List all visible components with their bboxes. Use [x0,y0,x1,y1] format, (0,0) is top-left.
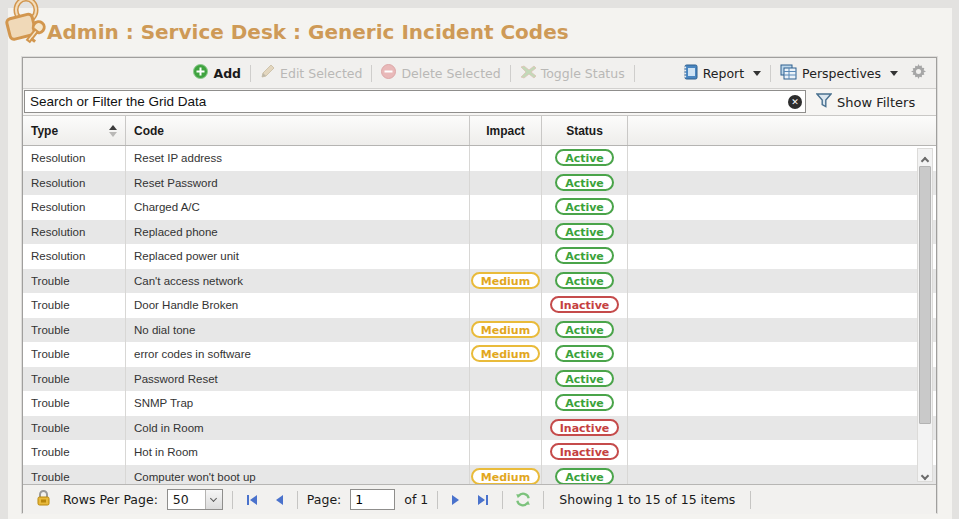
table-row[interactable]: ResolutionReplaced power unitActive [23,244,936,269]
table-row[interactable]: TroubleSNMP TrapActive [23,391,936,416]
screen: Admin : Service Desk : Generic Incident … [0,0,959,519]
clear-search-icon[interactable]: ✕ [788,95,802,109]
table-row[interactable]: TroubleDoor Handle BrokenInactive [23,293,936,318]
cell-status: Active [542,195,628,220]
table-row[interactable]: TroubleCold in RoomInactive [23,416,936,441]
perspectives-button[interactable]: Perspectives [780,64,898,83]
cell-filler [628,171,936,196]
show-filters-button[interactable]: Show Filters [816,93,915,111]
cell-impact: Medium [470,269,542,294]
first-page-button[interactable] [242,494,261,506]
footer-separator [232,491,233,509]
cell-filler [628,244,936,269]
column-label-type: Type [31,124,58,138]
lock-and-key-icon [2,0,48,52]
footer-separator [437,491,438,509]
toggle-status-button[interactable]: Toggle Status [520,65,625,82]
page-header: Admin : Service Desk : Generic Incident … [0,0,959,57]
toggle-status-label: Toggle Status [541,66,625,81]
page-number-input[interactable] [350,489,395,510]
report-button[interactable]: Report [682,64,761,83]
status-badge: Active [555,394,614,411]
cell-impact [470,367,542,392]
filter-funnel-icon [816,93,832,111]
perspectives-icon [780,64,797,83]
table-row[interactable]: TroublePassword ResetActive [23,367,936,392]
table-row[interactable]: ResolutionReset PasswordActive [23,171,936,196]
column-header-status[interactable]: Status [542,116,628,145]
add-button[interactable]: Add [193,64,241,82]
cell-status: Inactive [542,293,628,318]
cell-code: No dial tone [126,318,470,343]
sort-icon [109,125,117,137]
column-label-code: Code [134,124,164,138]
select-dropdown-icon [205,490,222,509]
status-badge: Active [555,223,614,240]
scrollbar[interactable] [917,148,933,482]
status-badge: Active [555,198,614,215]
delete-selected-label: Delete Selected [401,66,500,81]
status-badge: Active [555,272,614,289]
cell-impact [470,440,542,465]
add-icon [193,64,208,82]
table-row[interactable]: ResolutionReset IP addressActive [23,146,936,171]
cell-status: Active [542,318,628,343]
rows-per-page-value: 50 [168,490,205,509]
status-badge: Inactive [550,443,620,460]
table-row[interactable]: TroubleComputer won't boot upMediumActiv… [23,465,936,485]
column-header-code[interactable]: Code [126,116,470,145]
rows-per-page-select[interactable]: 50 [167,489,223,510]
cell-code: Computer won't boot up [126,465,470,485]
cell-type: Trouble [23,440,126,465]
cell-type: Trouble [23,465,126,485]
cell-type: Resolution [23,195,126,220]
search-input[interactable] [24,90,806,113]
toolbar: Add Edit Selected [23,58,936,89]
next-page-button[interactable] [447,494,465,506]
column-header-impact[interactable]: Impact [470,116,542,145]
status-badge: Inactive [550,296,620,313]
gear-icon[interactable] [911,64,926,82]
column-label-status: Status [566,124,603,138]
cell-status: Inactive [542,440,628,465]
table-row[interactable]: ResolutionReplaced phoneActive [23,220,936,245]
pagination-bar: Rows Per Page: 50 Page: of 1 [23,484,936,514]
footer-separator [502,491,503,509]
cell-type: Resolution [23,244,126,269]
edit-selected-label: Edit Selected [280,66,362,81]
previous-page-button[interactable] [270,494,288,506]
scroll-up-icon[interactable] [918,150,932,165]
status-badge: Active [555,345,614,362]
toggle-status-icon [520,65,536,82]
footer-separator [543,491,544,509]
status-badge: Active [555,174,614,191]
table-row[interactable]: Troubleerror codes in softwareMediumActi… [23,342,936,367]
add-button-label: Add [213,66,241,81]
cell-code: Reset IP address [126,146,470,171]
cell-status: Inactive [542,416,628,441]
pencil-icon [260,64,275,82]
cell-impact [470,146,542,171]
table-row[interactable]: TroubleCan't access networkMediumActive [23,269,936,294]
table-row[interactable]: ResolutionCharged A/CActive [23,195,936,220]
cell-code: Hot in Room [126,440,470,465]
search-row: ✕ Show Filters [23,89,936,115]
table-row[interactable]: TroubleHot in RoomInactive [23,440,936,465]
cell-type: Trouble [23,318,126,343]
scroll-down-icon[interactable] [918,465,932,480]
cell-filler [628,220,936,245]
cell-type: Trouble [23,342,126,367]
refresh-icon[interactable] [512,492,534,507]
cell-filler [628,269,936,294]
page-of-label: of 1 [404,492,428,507]
table-row[interactable]: TroubleNo dial toneMediumActive [23,318,936,343]
cell-filler [628,440,936,465]
last-page-button[interactable] [474,494,493,506]
scrollbar-thumb[interactable] [919,166,931,424]
edit-selected-button[interactable]: Edit Selected [260,64,362,82]
cell-impact [470,195,542,220]
column-header-type[interactable]: Type [23,116,126,145]
delete-selected-button[interactable]: Delete Selected [381,64,500,82]
impact-badge: Medium [471,321,540,338]
cell-status: Active [542,391,628,416]
